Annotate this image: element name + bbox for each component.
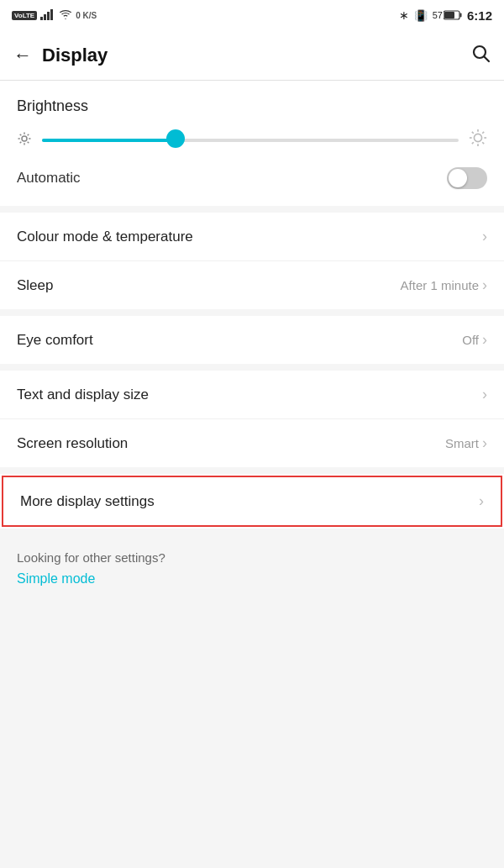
menu-section-3: Text and display size › Screen resolutio… — [0, 371, 504, 467]
svg-line-8 — [485, 56, 490, 61]
screen-resolution-value: Smart — [445, 436, 479, 450]
chevron-icon: › — [482, 434, 487, 452]
svg-line-17 — [28, 134, 29, 135]
svg-line-23 — [472, 132, 474, 134]
brightness-label: Brightness — [17, 97, 487, 115]
toggle-knob — [449, 169, 467, 187]
more-display-settings-item[interactable]: More display settings › — [2, 476, 502, 527]
chevron-icon: › — [482, 386, 487, 403]
status-left: VoLTE 0 K/S — [12, 8, 97, 22]
status-bar: VoLTE 0 K/S ∗ 📳 57 — [0, 0, 504, 30]
header-left: ← Display — [13, 45, 108, 66]
text-size-item[interactable]: Text and display size › — [0, 371, 504, 419]
text-size-right: › — [482, 386, 487, 403]
screen-resolution-right: Smart › — [445, 434, 487, 452]
page-title: Display — [42, 45, 108, 66]
chevron-icon: › — [482, 331, 487, 349]
svg-line-25 — [472, 142, 474, 144]
vibrate-icon: 📳 — [414, 9, 428, 22]
eye-comfort-item[interactable]: Eye comfort Off › — [0, 316, 504, 364]
eye-comfort-right: Off › — [462, 331, 487, 349]
chevron-icon: › — [482, 228, 487, 245]
suggestion-text: Looking for other settings? — [17, 550, 487, 565]
sleep-item[interactable]: Sleep After 1 minute › — [0, 261, 504, 309]
status-right: ∗ 📳 57 6:12 — [399, 8, 492, 23]
svg-line-24 — [482, 142, 484, 144]
sun-icon-large — [469, 129, 487, 152]
colour-mode-label: Colour mode & temperature — [17, 229, 193, 245]
battery-indicator: 57 — [433, 10, 462, 20]
wifi-icon — [59, 9, 72, 21]
svg-rect-1 — [44, 14, 46, 20]
brightness-slider[interactable] — [42, 138, 459, 143]
svg-line-16 — [20, 141, 22, 143]
time-display: 6:12 — [467, 8, 492, 23]
more-display-settings-right: › — [479, 492, 484, 510]
slider-row — [17, 129, 487, 152]
more-display-settings-label: More display settings — [20, 493, 155, 510]
sun-icon-small — [17, 131, 32, 150]
eye-comfort-label: Eye comfort — [17, 332, 93, 349]
brightness-section: Brightness — [0, 81, 504, 206]
chevron-icon: › — [479, 492, 484, 510]
simple-mode-link[interactable]: Simple mode — [17, 571, 487, 587]
colour-mode-item[interactable]: Colour mode & temperature › — [0, 213, 504, 261]
menu-section-2: Eye comfort Off › — [0, 316, 504, 364]
colour-mode-right: › — [482, 228, 487, 245]
menu-section-1: Colour mode & temperature › Sleep After … — [0, 213, 504, 309]
svg-line-14 — [20, 134, 22, 135]
screen-resolution-item[interactable]: Screen resolution Smart › — [0, 419, 504, 467]
search-button[interactable] — [470, 43, 491, 68]
signal-strength — [40, 8, 55, 22]
svg-rect-3 — [50, 9, 53, 20]
svg-line-15 — [28, 141, 29, 143]
screen-resolution-label: Screen resolution — [17, 435, 128, 452]
svg-rect-2 — [47, 12, 50, 20]
svg-line-26 — [482, 132, 484, 134]
svg-rect-6 — [444, 12, 454, 18]
volte-badge: VoLTE — [12, 11, 37, 20]
header: ← Display — [0, 30, 504, 81]
automatic-row: Automatic — [17, 164, 487, 192]
automatic-toggle[interactable] — [447, 167, 487, 189]
back-button[interactable]: ← — [13, 45, 32, 66]
automatic-label: Automatic — [17, 170, 81, 187]
suggestion-section: Looking for other settings? Simple mode — [0, 535, 504, 603]
svg-point-9 — [22, 136, 27, 141]
sleep-right: After 1 minute › — [401, 276, 487, 294]
svg-rect-0 — [40, 17, 43, 20]
data-speed: 0 K/S — [76, 11, 97, 20]
sleep-label: Sleep — [17, 277, 53, 294]
text-size-label: Text and display size — [17, 387, 149, 403]
chevron-icon: › — [482, 276, 487, 294]
eye-comfort-value: Off — [462, 333, 479, 347]
svg-point-18 — [474, 134, 481, 141]
bluetooth-icon: ∗ — [399, 8, 409, 22]
sleep-value: After 1 minute — [401, 278, 479, 292]
svg-rect-5 — [459, 13, 461, 18]
